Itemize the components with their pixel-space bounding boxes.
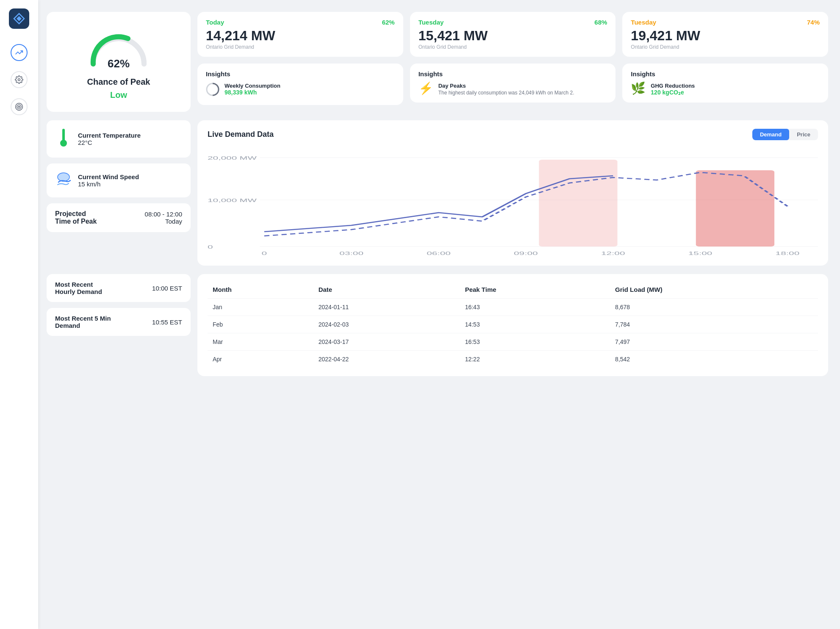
svg-point-1 xyxy=(18,79,20,81)
table-row: Feb 2024-02-03 14:53 7,784 xyxy=(208,316,818,333)
svg-text:03:00: 03:00 xyxy=(339,251,363,256)
demand-card-tuesday-2: Tuesday 74% 19,421 MW Ontario Grid Deman… xyxy=(622,12,828,57)
bottom-info-col: Most Recent Hourly Demand 10:00 EST Most… xyxy=(47,274,191,376)
chart-title: Live Demand Data xyxy=(208,130,274,139)
demand-sub-today: Ontario Grid Demand xyxy=(206,44,395,50)
thermometer-icon xyxy=(55,127,72,151)
five-min-demand-card: Most Recent 5 Min Demand 10:55 EST xyxy=(47,308,191,336)
cell-grid-load: 7,497 xyxy=(610,333,818,351)
five-min-value: 10:55 EST xyxy=(152,319,182,326)
svg-text:18:00: 18:00 xyxy=(776,251,800,256)
gauge-percentage: 62% xyxy=(108,57,130,70)
toggle-demand-btn[interactable]: Demand xyxy=(752,129,789,140)
projected-label-2: Time of Peak xyxy=(55,218,97,225)
table-row: Apr 2022-04-22 12:22 8,542 xyxy=(208,351,818,368)
demand-pct-tue1: 68% xyxy=(594,19,607,26)
demand-card-today: Today 62% 14,214 MW Ontario Grid Demand xyxy=(197,12,403,57)
cell-grid-load: 7,784 xyxy=(610,316,818,333)
wind-label: Current Wind Speed xyxy=(78,173,139,180)
table-row: Jan 2024-01-11 16:43 8,678 xyxy=(208,299,818,316)
demand-sub-tue1: Ontario Grid Demand xyxy=(419,44,607,50)
cell-date: 2024-02-03 xyxy=(313,316,460,333)
cell-date: 2024-01-11 xyxy=(313,299,460,316)
cell-date: 2024-03-17 xyxy=(313,333,460,351)
demand-day-today: Today xyxy=(206,19,224,26)
ghg-label: GHG Reductions xyxy=(651,83,695,89)
temp-value: 22°C xyxy=(78,139,141,146)
svg-rect-16 xyxy=(539,160,617,247)
temp-label: Current Temperature xyxy=(78,132,141,139)
svg-text:20,000 MW: 20,000 MW xyxy=(208,155,257,161)
gauge-chart: 62% xyxy=(85,24,152,70)
chart-card: Live Demand Data Demand Price 20,000 MW … xyxy=(197,120,828,266)
sidebar xyxy=(0,0,38,629)
hourly-label-2: Hourly Demand xyxy=(55,288,102,295)
insights-title-1: Insights xyxy=(419,70,607,78)
day-peaks-icon: ⚡ xyxy=(419,83,433,94)
ghg-icon: 🌿 xyxy=(631,83,646,94)
demand-card-tuesday-1: Tuesday 68% 15,421 MW Ontario Grid Deman… xyxy=(410,12,616,57)
col-header-peak-time: Peak Time xyxy=(460,283,610,299)
col-header-date: Date xyxy=(313,283,460,299)
live-demand-chart: 20,000 MW 10,000 MW 0 0 03:00 06:00 09 xyxy=(208,147,818,257)
svg-point-4 xyxy=(18,106,19,107)
ghg-value: 120 kgCO₂e xyxy=(651,89,695,96)
cell-month: Jan xyxy=(208,299,313,316)
hourly-label-1: Most Recent xyxy=(55,281,102,288)
cell-date: 2022-04-22 xyxy=(313,351,460,368)
svg-text:0: 0 xyxy=(208,244,213,249)
top-row: 62% Chance of Peak Low Today 62% 14,214 … xyxy=(47,12,828,112)
demand-col-2: Tuesday 68% 15,421 MW Ontario Grid Deman… xyxy=(410,12,616,112)
cell-grid-load: 8,678 xyxy=(610,299,818,316)
demand-pct-today: 62% xyxy=(382,19,395,26)
cell-peak-time: 16:43 xyxy=(460,299,610,316)
five-min-label-2: Demand xyxy=(55,322,111,329)
peak-data-table: Month Date Peak Time Grid Load (MW) Jan … xyxy=(208,283,818,368)
demand-mw-tue1: 15,421 MW xyxy=(419,28,607,43)
weekly-consumption-label: Weekly Consumption xyxy=(225,83,280,89)
insights-card-1: Insights ⚡ Day Peaks The highest daily c… xyxy=(410,64,616,103)
cell-peak-time: 16:53 xyxy=(460,333,610,351)
mid-row: Current Temperature 22°C Current Wind Sp… xyxy=(47,120,828,266)
projected-card: Projected Time of Peak 08:00 - 12:00 Tod… xyxy=(47,203,191,232)
sidebar-icon-trending[interactable] xyxy=(11,44,28,61)
cell-month: Feb xyxy=(208,316,313,333)
day-peaks-sub: The highest daily consumption was 24,049… xyxy=(438,90,574,96)
svg-text:10,000 MW: 10,000 MW xyxy=(208,198,257,203)
wind-value: 15 km/h xyxy=(78,180,139,188)
svg-text:15:00: 15:00 xyxy=(688,251,712,256)
demand-sub-tue2: Ontario Grid Demand xyxy=(631,44,820,50)
main-content: 62% Chance of Peak Low Today 62% 14,214 … xyxy=(38,0,840,629)
hourly-value: 10:00 EST xyxy=(152,285,182,292)
cell-month: Mar xyxy=(208,333,313,351)
col-header-grid-load: Grid Load (MW) xyxy=(610,283,818,299)
wind-card: Current Wind Speed 15 km/h xyxy=(47,163,191,197)
temperature-card: Current Temperature 22°C xyxy=(47,120,191,158)
hourly-demand-card: Most Recent Hourly Demand 10:00 EST xyxy=(47,274,191,302)
cell-peak-time: 14:53 xyxy=(460,316,610,333)
insights-title-2: Insights xyxy=(631,70,820,78)
projected-value: 08:00 - 12:00 Today xyxy=(145,211,182,225)
svg-point-9 xyxy=(58,173,69,181)
demand-col-1: Today 62% 14,214 MW Ontario Grid Demand … xyxy=(197,12,403,112)
demand-col-3: Tuesday 74% 19,421 MW Ontario Grid Deman… xyxy=(622,12,828,112)
logo[interactable] xyxy=(9,8,29,29)
svg-text:06:00: 06:00 xyxy=(427,251,451,256)
toggle-price-btn[interactable]: Price xyxy=(789,129,818,140)
col-header-month: Month xyxy=(208,283,313,299)
demand-day-tue1: Tuesday xyxy=(419,19,444,26)
insights-title-0: Insights xyxy=(206,70,395,78)
svg-text:0: 0 xyxy=(262,251,267,256)
demand-mw-tue2: 19,421 MW xyxy=(631,28,820,43)
chance-of-peak-level: Low xyxy=(110,90,127,100)
five-min-label-1: Most Recent 5 Min xyxy=(55,315,111,322)
weekly-consumption-value: 98,339 kWh xyxy=(225,89,280,96)
chart-toggle: Demand Price xyxy=(752,129,818,140)
svg-rect-17 xyxy=(696,170,774,247)
cell-peak-time: 12:22 xyxy=(460,351,610,368)
cell-month: Apr xyxy=(208,351,313,368)
insights-card-0: Insights Weekly Consumption 98,339 kWh xyxy=(197,64,403,105)
sidebar-icon-target[interactable] xyxy=(11,98,28,115)
table-card: Month Date Peak Time Grid Load (MW) Jan … xyxy=(197,274,828,376)
sidebar-icon-settings[interactable] xyxy=(11,71,28,88)
